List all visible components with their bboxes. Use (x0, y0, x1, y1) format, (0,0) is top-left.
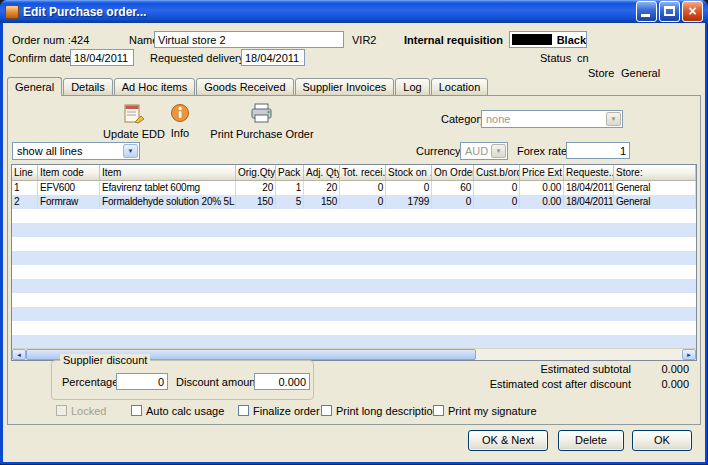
category-value: none (486, 113, 510, 125)
internal-requisition-label: Internal requisition (404, 34, 503, 46)
empty-row (12, 265, 696, 279)
order-num-value: 424 (71, 34, 89, 46)
checkbox-box (56, 405, 67, 416)
cell: General (614, 195, 696, 209)
column-header-7[interactable]: Stock on ... (386, 165, 432, 180)
column-header-2[interactable]: Item (100, 165, 236, 180)
tab-supplier-invoices[interactable]: Supplier Invoices (295, 78, 395, 96)
column-header-0[interactable]: Line (12, 165, 38, 180)
column-header-6[interactable]: Tot. recei... (340, 165, 386, 180)
tab-details[interactable]: Details (63, 78, 113, 96)
chevron-down-icon: ▼ (491, 144, 506, 158)
cell: Formaldehyde solution 20% 5L (100, 195, 236, 209)
update-edd-icon (123, 102, 145, 126)
tab-general[interactable]: General (7, 77, 62, 96)
checkbox-box[interactable] (433, 405, 444, 416)
supplier-discount-legend: Supplier discount (60, 354, 150, 366)
tab-log[interactable]: Log (395, 78, 429, 96)
tab-location[interactable]: Location (431, 78, 489, 96)
forex-rate-label: Forex rate (517, 145, 567, 157)
checkbox-box[interactable] (321, 405, 332, 416)
tab-panel-general: Update EDD Info Print Purchase Order (7, 95, 701, 425)
column-header-11[interactable]: Requeste... (564, 165, 614, 180)
table-row-2[interactable]: 2FormrawFormaldehyde solution 20% 5L1505… (12, 195, 696, 209)
cell: 0.00 (520, 181, 564, 195)
column-header-8[interactable]: On Order (432, 165, 474, 180)
empty-row (12, 279, 696, 293)
column-header-4[interactable]: Pack (276, 165, 304, 180)
requested-delivery-label: Requested delivery (150, 52, 244, 64)
category-select: none ▼ (481, 110, 623, 128)
checkbox-label: Print my signature (448, 405, 537, 417)
confirm-date-input[interactable] (70, 49, 134, 66)
currency-value: AUD (465, 145, 488, 157)
category-label: Category (441, 113, 486, 125)
checkbox-box[interactable] (131, 405, 142, 416)
print-purchase-order-label: Print Purchase Order (210, 128, 313, 140)
color-selector[interactable]: Black (509, 31, 587, 48)
cell: Efavirenz tablet 600mg (100, 181, 236, 195)
table-row-1[interactable]: 1EFV600Efavirenz tablet 600mg20120006000… (12, 181, 696, 195)
empty-row (12, 293, 696, 307)
title-bar[interactable]: Edit Purchase order... × (0, 0, 708, 23)
cell: 0 (340, 181, 386, 195)
tab-ad-hoc-items[interactable]: Ad Hoc items (114, 78, 195, 96)
scroll-left-icon: ◄ (16, 352, 22, 358)
forex-rate-input[interactable] (566, 142, 630, 159)
window-controls: × (636, 1, 703, 22)
cell: 18/04/2011 (564, 195, 614, 209)
update-edd-label: Update EDD (103, 128, 165, 140)
print-purchase-order-button[interactable]: Print Purchase Order (204, 102, 320, 140)
scroll-left-button[interactable]: ◄ (12, 349, 26, 360)
delete-button[interactable]: Delete (558, 430, 624, 451)
checkbox-box[interactable] (238, 405, 249, 416)
cell: General (614, 181, 696, 195)
scroll-right-button[interactable]: ► (682, 349, 696, 360)
window-body: Order num : 424 Name VIR2 Internal requi… (3, 23, 705, 462)
currency-label: Currency (416, 145, 461, 157)
window-title: Edit Purchase order... (23, 5, 632, 19)
cell: 1 (12, 181, 38, 195)
estimated-subtotal-value: 0.000 (631, 363, 689, 375)
edit-purchase-order-window: Edit Purchase order... × Order num : 424… (0, 0, 708, 465)
cell: Formraw (38, 195, 100, 209)
info-icon (170, 103, 190, 125)
confirm-date-label: Confirm date (8, 52, 71, 64)
requested-delivery-input[interactable] (241, 49, 305, 66)
cell: 60 (432, 181, 474, 195)
checkbox-print-my-signature[interactable]: Print my signature (433, 404, 537, 417)
column-header-3[interactable]: Orig.Qty (236, 165, 276, 180)
column-header-12[interactable]: Store: (614, 165, 696, 180)
cell: 150 (304, 195, 340, 209)
checkbox-label: Finalize order (253, 405, 320, 417)
column-header-9[interactable]: Cust.b/ords (474, 165, 520, 180)
ok-button[interactable]: OK (632, 430, 692, 451)
tab-goods-received[interactable]: Goods Received (196, 78, 293, 96)
maximize-icon (664, 6, 675, 16)
info-button[interactable]: Info (160, 103, 200, 139)
column-header-5[interactable]: Adj. Qty (304, 165, 340, 180)
percentage-input[interactable] (116, 373, 168, 390)
cell: 5 (276, 195, 304, 209)
cell: 0.00 (520, 195, 564, 209)
discount-amount-input[interactable] (254, 373, 310, 390)
minimize-button[interactable] (636, 1, 657, 22)
empty-row (12, 307, 696, 321)
color-name: Black (557, 34, 586, 46)
ok-and-next-button[interactable]: OK & Next (468, 430, 548, 451)
name-input[interactable] (154, 31, 344, 48)
checkbox-print-long-description[interactable]: Print long description (321, 404, 439, 417)
maximize-button[interactable] (659, 1, 680, 22)
column-header-1[interactable]: Item code (38, 165, 100, 180)
print-purchase-order-icon (250, 102, 274, 126)
cell: 18/04/2011 (564, 181, 614, 195)
checkbox-finalize-order[interactable]: Finalize order (238, 404, 320, 417)
line-filter-select[interactable]: show all lines ▼ (12, 142, 140, 160)
close-button[interactable]: × (682, 1, 703, 22)
table-header: LineItem codeItemOrig.QtyPackAdj. QtyTot… (12, 165, 696, 181)
order-lines-table: LineItem codeItemOrig.QtyPackAdj. QtyTot… (11, 164, 697, 361)
line-filter-value: show all lines (17, 145, 82, 157)
checkbox-auto-calc-usage[interactable]: Auto calc usage (131, 404, 224, 417)
cell: 0 (340, 195, 386, 209)
column-header-10[interactable]: Price Ext (520, 165, 564, 180)
